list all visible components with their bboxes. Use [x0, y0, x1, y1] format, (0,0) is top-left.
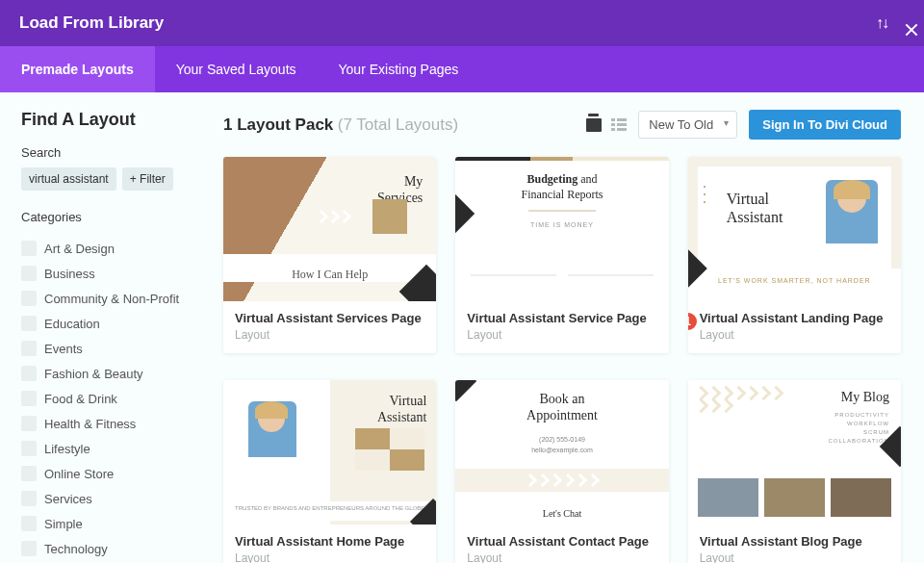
card-type: Layout: [700, 328, 889, 342]
category-item[interactable]: Lifestyle: [21, 436, 181, 461]
list-view-icon[interactable]: [611, 118, 627, 132]
tab-bar: Premade Layouts Your Saved Layouts Your …: [0, 46, 924, 92]
tab-premade-layouts[interactable]: Premade Layouts: [0, 46, 155, 92]
card-thumbnail: VirtualAssistantTRUSTED BY BRANDS AND EN…: [223, 380, 436, 525]
pack-count-wrap: 1 Layout Pack (7 Total Layouts): [223, 115, 458, 135]
checkbox-icon: [21, 441, 37, 456]
card-type: Layout: [700, 551, 889, 563]
layout-grid: MyServicesHow I Can HelpVirtual Assistan…: [223, 157, 901, 563]
checkbox-icon: [21, 341, 37, 356]
categories-label: Categories: [21, 210, 181, 224]
checkbox-icon: [21, 241, 37, 256]
checkbox-icon: [21, 316, 37, 331]
pack-sub: (7 Total Layouts): [338, 115, 458, 134]
layout-card[interactable]: VirtualAssistantTRUSTED BY BRANDS AND EN…: [223, 380, 436, 563]
card-body: Virtual Assistant Landing PageLayout: [688, 301, 901, 353]
category-item[interactable]: Technology: [21, 536, 181, 561]
card-title: Virtual Assistant Services Page: [235, 311, 424, 325]
content-header: 1 Layout Pack (7 Total Layouts) New To O…: [223, 110, 901, 140]
card-thumbnail: VirtualAssistantLET'S WORK SMARTER, NOT …: [688, 157, 901, 301]
card-type: Layout: [467, 328, 656, 342]
pack-count: 1 Layout Pack: [223, 115, 333, 134]
toolbar: New To Old Sign In To Divi Cloud: [586, 110, 901, 140]
card-type: Layout: [467, 551, 656, 563]
category-label: Community & Non-Profit: [44, 292, 179, 306]
layout-card[interactable]: Book anAppointment(202) 555-0149hello@ex…: [455, 380, 668, 563]
card-title: Virtual Assistant Contact Page: [467, 534, 656, 549]
card-thumbnail: Budgeting andFinancial ReportsTIME IS MO…: [455, 157, 668, 301]
card-thumbnail: MyServicesHow I Can Help: [223, 157, 436, 301]
category-label: Lifestyle: [44, 442, 90, 456]
checkbox-icon: [21, 541, 37, 556]
sort-select[interactable]: New To Old: [638, 111, 737, 139]
category-item[interactable]: Fashion & Beauty: [21, 361, 181, 386]
checkbox-icon: [21, 466, 37, 481]
layout-card[interactable]: 1VirtualAssistantLET'S WORK SMARTER, NOT…: [688, 157, 901, 353]
checkbox-icon: [21, 391, 37, 406]
card-title: Virtual Assistant Service Page: [467, 311, 656, 325]
category-label: Health & Fitness: [44, 417, 136, 431]
category-item[interactable]: Services: [21, 486, 181, 511]
card-body: Virtual Assistant Home PageLayout: [223, 525, 436, 563]
category-label: Art & Design: [44, 242, 115, 256]
card-thumbnail: Book anAppointment(202) 555-0149hello@ex…: [455, 380, 668, 525]
sign-in-button[interactable]: Sign In To Divi Cloud: [749, 110, 901, 140]
search-row: virtual assistant + Filter: [21, 167, 181, 191]
checkbox-icon: [21, 291, 37, 306]
category-label: Simple: [44, 517, 83, 531]
category-item[interactable]: Online Store: [21, 461, 181, 486]
category-label: Food & Drink: [44, 392, 117, 406]
checkbox-icon: [21, 491, 37, 506]
category-item[interactable]: Art & Design: [21, 236, 181, 261]
card-type: Layout: [235, 328, 424, 342]
category-label: Education: [44, 317, 100, 331]
category-label: Fashion & Beauty: [44, 367, 143, 381]
card-title: Virtual Assistant Home Page: [235, 534, 424, 549]
card-title: Virtual Assistant Blog Page: [700, 534, 889, 549]
card-body: Virtual Assistant Services PageLayout: [223, 301, 436, 353]
sidebar-heading: Find A Layout: [21, 110, 181, 130]
card-body: Virtual Assistant Blog PageLayout: [688, 525, 901, 563]
content: 1 Layout Pack (7 Total Layouts) New To O…: [200, 92, 924, 563]
category-label: Online Store: [44, 467, 114, 481]
card-body: Virtual Assistant Contact PageLayout: [455, 525, 668, 563]
category-label: Services: [44, 492, 92, 506]
checkbox-icon: [21, 366, 37, 381]
filter-button[interactable]: + Filter: [122, 167, 173, 191]
checkbox-icon: [21, 416, 37, 431]
card-thumbnail: My BlogPRODUCTIVITYWORKFLOWSCRUMCOLLABOR…: [688, 380, 901, 525]
card-type: Layout: [235, 551, 424, 563]
category-item[interactable]: Events: [21, 336, 181, 361]
header-actions: ↑↓: [876, 14, 905, 32]
category-label: Business: [44, 267, 95, 281]
tab-your-existing-pages[interactable]: Your Existing Pages: [318, 46, 480, 92]
sidebar: Find A Layout Search virtual assistant +…: [0, 92, 200, 563]
category-item[interactable]: Health & Fitness: [21, 411, 181, 436]
modal-title: Load From Library: [19, 13, 164, 33]
sort-toggle-icon[interactable]: ↑↓: [876, 14, 887, 32]
main: Find A Layout Search virtual assistant +…: [0, 92, 924, 563]
card-title: Virtual Assistant Landing Page: [700, 311, 889, 325]
search-label: Search: [21, 145, 181, 160]
checkbox-icon: [21, 266, 37, 281]
category-label: Technology: [44, 542, 108, 556]
layout-card[interactable]: My BlogPRODUCTIVITYWORKFLOWSCRUMCOLLABOR…: [688, 380, 901, 563]
modal-header: Load From Library ↑↓: [0, 0, 924, 46]
checkbox-icon: [21, 516, 37, 531]
tab-your-saved-layouts[interactable]: Your Saved Layouts: [155, 46, 318, 92]
category-list: Art & DesignBusinessCommunity & Non-Prof…: [21, 236, 181, 561]
layout-card[interactable]: MyServicesHow I Can HelpVirtual Assistan…: [223, 157, 436, 353]
card-body: Virtual Assistant Service PageLayout: [455, 301, 668, 353]
category-item[interactable]: Education: [21, 311, 181, 336]
grid-view-icon[interactable]: [586, 118, 602, 132]
category-item[interactable]: Community & Non-Profit: [21, 286, 181, 311]
view-icons: [586, 118, 627, 132]
category-item[interactable]: Business: [21, 261, 181, 286]
category-label: Events: [44, 342, 83, 356]
category-item[interactable]: Food & Drink: [21, 386, 181, 411]
search-chip[interactable]: virtual assistant: [21, 167, 116, 191]
category-item[interactable]: Simple: [21, 511, 181, 536]
layout-card[interactable]: Budgeting andFinancial ReportsTIME IS MO…: [455, 157, 668, 353]
